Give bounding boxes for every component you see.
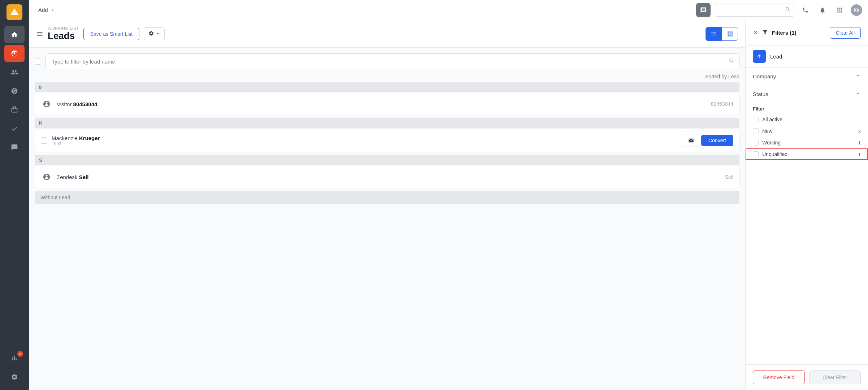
sidebar: 8: [0, 0, 29, 390]
visitor-icon: [41, 171, 52, 183]
lead-search-icon: [729, 58, 734, 65]
email-button[interactable]: [684, 134, 698, 147]
filter-option-count: 2: [858, 129, 861, 134]
lead-name-group: Mackenzie Krueger 1993: [52, 135, 675, 146]
chevron-up-icon: [855, 90, 861, 98]
filter-checkbox[interactable]: [753, 117, 759, 122]
filter-option-count: 1: [858, 152, 861, 157]
filter-panel: ✕ Filters (1) Clear All Lead Company: [745, 20, 868, 390]
filter-checkbox[interactable]: [753, 128, 759, 134]
search-bar-row: [35, 53, 739, 69]
grid-view-button[interactable]: [722, 27, 738, 40]
filter-options-header: Filter: [746, 103, 868, 114]
settings-button[interactable]: [144, 27, 165, 40]
lead-actions: Convert: [684, 134, 733, 147]
sidebar-item-dollar[interactable]: [4, 82, 25, 100]
filter-option-new[interactable]: New 2: [746, 125, 868, 137]
filter-section-company: Company: [746, 68, 868, 85]
filter-option-label: All active: [762, 117, 857, 122]
sidebar-item-users[interactable]: [4, 64, 25, 81]
list-content: Sorted by Lead 8 Visitor 80453044 804530…: [29, 48, 745, 390]
list-title-group: WORKING LIST Leads: [48, 26, 79, 42]
chat-button[interactable]: [696, 3, 711, 17]
filter-option-label: Unqualified: [762, 151, 855, 157]
list-header: WORKING LIST Leads Save as Smart List: [29, 20, 745, 48]
filter-option-label: Working: [762, 140, 855, 146]
lead-company: Sell: [725, 174, 733, 180]
add-label: Add: [38, 7, 48, 13]
topbar-search-input[interactable]: [715, 4, 794, 17]
content-area: WORKING LIST Leads Save as Smart List: [29, 20, 868, 390]
filter-close-button[interactable]: ✕: [753, 29, 758, 37]
sidebar-item-check[interactable]: [4, 120, 25, 137]
svg-marker-0: [10, 8, 19, 15]
phone-icon-button[interactable]: [799, 4, 812, 17]
group-header-K: K: [35, 118, 739, 128]
sidebar-item-chat[interactable]: [4, 139, 25, 156]
save-smart-list-button[interactable]: Save as Smart List: [83, 28, 140, 40]
visitor-icon: [41, 98, 52, 110]
topbar: Add Ke: [29, 0, 868, 20]
filter-option-all-active[interactable]: All active: [746, 114, 868, 125]
sidebar-item-power[interactable]: [4, 45, 25, 62]
status-label: Status: [753, 91, 768, 97]
sorted-by-label: Sorted by Lead: [35, 74, 739, 79]
filter-checkbox[interactable]: [753, 151, 759, 157]
filter-section-company-header[interactable]: Company: [746, 68, 868, 85]
filter-footer: Remove Field Clear Filter: [746, 364, 868, 390]
sort-up-button[interactable]: [753, 50, 766, 63]
list-item[interactable]: Mackenzie Krueger 1993 Convert: [35, 129, 739, 152]
company-label: Company: [753, 73, 776, 79]
list-view-button[interactable]: [706, 27, 722, 40]
topbar-search-icon: [785, 6, 791, 14]
filter-section-status: Status Filter All active New 2: [746, 85, 868, 160]
clear-filter-button[interactable]: Clear Filter: [809, 370, 861, 384]
view-toggle: [706, 27, 738, 41]
sidebar-item-gear[interactable]: [4, 368, 25, 386]
filter-header: ✕ Filters (1) Clear All: [746, 20, 868, 46]
group-header-8: 8: [35, 82, 739, 92]
add-button[interactable]: Add: [35, 5, 59, 15]
sidebar-item-chart[interactable]: 8: [4, 350, 25, 367]
working-list-label: WORKING LIST: [48, 26, 79, 30]
notification-icon-button[interactable]: [816, 4, 829, 17]
sidebar-logo[interactable]: [6, 4, 22, 20]
sidebar-item-home[interactable]: [4, 26, 25, 43]
sidebar-item-briefcase[interactable]: [4, 101, 25, 118]
lead-sub: 1993: [52, 141, 675, 146]
filter-sort-lead: Lead: [746, 46, 868, 68]
lead-name-group: Zendesk Sell: [57, 174, 721, 180]
list-item[interactable]: Visitor 80453044 80453044: [35, 93, 739, 115]
main-wrapper: Add Ke: [29, 0, 868, 390]
filter-icon: [762, 29, 768, 37]
menu-icon-button[interactable]: [36, 30, 43, 38]
filter-title: Filters (1): [772, 30, 826, 36]
filter-checkbox[interactable]: [753, 140, 759, 146]
list-item[interactable]: Zendesk Sell Sell: [35, 166, 739, 188]
filter-sort-label: Lead: [770, 53, 782, 60]
list-panel: WORKING LIST Leads Save as Smart List: [29, 20, 745, 390]
lead-id: 80453044: [711, 101, 733, 107]
convert-button[interactable]: Convert: [701, 135, 733, 146]
filter-section-status-header[interactable]: Status: [746, 85, 868, 103]
user-avatar[interactable]: Ke: [851, 4, 862, 16]
select-all-checkbox[interactable]: [35, 58, 41, 65]
filter-option-count: 1: [858, 140, 861, 146]
grid-icon-button[interactable]: [833, 4, 846, 17]
sidebar-badge-chart: 8: [17, 351, 23, 357]
filter-option-label: New: [762, 128, 855, 134]
gear-icon: [148, 30, 154, 37]
lead-search-input[interactable]: [45, 53, 739, 69]
lead-checkbox[interactable]: [41, 137, 47, 144]
clear-all-button[interactable]: Clear All: [830, 27, 861, 39]
lead-name-group: Visitor 80453044: [57, 101, 707, 107]
list-title: Leads: [48, 30, 79, 42]
chevron-down-icon: [855, 73, 861, 80]
remove-field-button[interactable]: Remove Field: [753, 370, 805, 384]
filter-option-working[interactable]: Working 1: [746, 137, 868, 148]
svg-point-1: [14, 53, 16, 55]
without-lead-label: Without Lead: [35, 191, 739, 204]
filter-option-unqualified[interactable]: Unqualified 1: [746, 148, 868, 160]
group-header-S: S: [35, 155, 739, 165]
chevron-down-icon: [156, 31, 160, 37]
